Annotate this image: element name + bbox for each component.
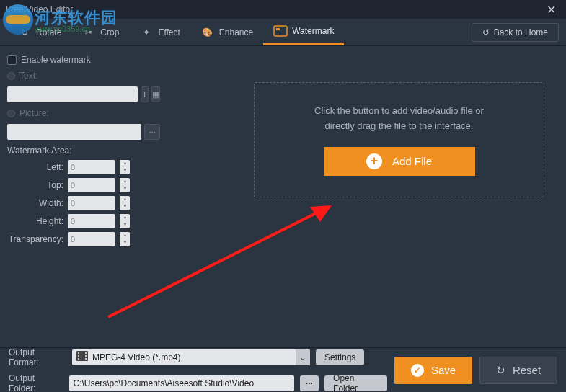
tab-crop[interactable]: ✂ Crop [71, 19, 129, 45]
top-label: Top: [7, 180, 63, 190]
tab-enhance[interactable]: 🎨 Enhance [190, 19, 263, 45]
reset-button[interactable]: ↻ Reset [479, 357, 557, 384]
width-label: Width: [7, 198, 63, 208]
enable-watermark-checkbox[interactable] [7, 55, 17, 65]
chevron-down-icon: ⌄ [296, 349, 310, 365]
height-stepper[interactable]: ▲▼ [120, 214, 130, 228]
tab-rotate-label: Rotate [36, 27, 61, 37]
open-folder-button[interactable]: Open Folder [324, 375, 387, 391]
main-content: Enable watermark Text: T ▦ Picture: ··· … [0, 46, 566, 347]
drop-instruction: Click the button to add video/audio file… [314, 104, 484, 134]
output-folder-label: Output Folder: [9, 373, 63, 393]
crop-icon: ✂ [81, 26, 96, 39]
save-label: Save [431, 364, 456, 376]
tab-effect[interactable]: ✦ Effect [129, 19, 190, 45]
watermark-panel: Enable watermark Text: T ▦ Picture: ··· … [0, 46, 167, 347]
output-folder-input[interactable]: C:\Users\pc\Documents\Aiseesoft Studio\V… [69, 375, 294, 391]
output-format-dropdown[interactable]: MPEG-4 Video (*.mp4) ⌄ [72, 349, 310, 365]
preview-panel: Click the button to add video/audio file… [167, 46, 566, 347]
tab-watermark-label: Watermark [292, 26, 334, 36]
watermark-text-input[interactable] [7, 86, 138, 102]
tab-rotate[interactable]: ↻ Rotate [7, 19, 71, 45]
enhance-icon: 🎨 [200, 26, 215, 39]
svg-rect-8 [85, 358, 87, 360]
browse-folder-button[interactable]: ··· [300, 375, 319, 391]
drop-area[interactable]: Click the button to add video/audio file… [254, 82, 544, 197]
tab-crop-label: Crop [100, 27, 119, 37]
svg-rect-1 [276, 28, 280, 30]
picture-label: Picture: [19, 108, 49, 118]
check-icon: ✓ [411, 364, 424, 377]
drop-text-line1: Click the button to add video/audio file… [314, 104, 484, 119]
settings-button[interactable]: Settings [316, 349, 364, 365]
svg-rect-6 [85, 352, 87, 354]
back-to-home-label: Back to Home [494, 27, 548, 37]
transparency-label: Transparency: [7, 234, 63, 244]
mp4-icon [76, 351, 88, 363]
width-stepper[interactable]: ▲▼ [120, 196, 130, 210]
height-input[interactable]: 0 [68, 214, 115, 228]
plus-icon: + [366, 153, 382, 169]
svg-rect-0 [274, 26, 287, 36]
close-button[interactable]: ✕ [542, 3, 560, 17]
browse-picture-button[interactable]: ··· [144, 124, 160, 140]
app-title: Free Video Editor [6, 4, 73, 14]
svg-rect-4 [78, 355, 79, 357]
reset-label: Reset [513, 364, 541, 376]
watermark-icon [273, 24, 288, 37]
font-button[interactable]: T [141, 86, 149, 102]
text-radio[interactable] [7, 72, 15, 80]
watermark-area-label: Watermark Area: [7, 146, 160, 156]
rotate-icon: ↻ [17, 26, 32, 39]
svg-rect-7 [85, 355, 87, 357]
back-to-home-button[interactable]: ↺ Back to Home [472, 23, 559, 42]
svg-rect-3 [78, 352, 79, 354]
add-file-button[interactable]: + Add File [324, 147, 475, 176]
titlebar: Free Video Editor ✕ [0, 0, 566, 19]
transparency-stepper[interactable]: ▲▼ [120, 232, 130, 246]
reset-icon: ↻ [496, 364, 505, 377]
left-label: Left: [7, 162, 63, 172]
tab-watermark[interactable]: Watermark [263, 19, 344, 45]
output-format-label: Output Format: [9, 347, 66, 368]
toolbar: ↻ Rotate ✂ Crop ✦ Effect 🎨 Enhance Water… [0, 19, 566, 46]
left-stepper[interactable]: ▲▼ [120, 160, 130, 174]
color-button[interactable]: ▦ [151, 86, 160, 102]
add-file-label: Add File [392, 155, 432, 167]
top-input[interactable]: 0 [68, 178, 115, 192]
svg-rect-5 [78, 358, 79, 360]
output-format-value: MPEG-4 Video (*.mp4) [92, 352, 181, 362]
width-input[interactable]: 0 [68, 196, 115, 210]
height-label: Height: [7, 216, 63, 226]
picture-radio[interactable] [7, 110, 15, 117]
text-label: Text: [19, 71, 37, 81]
tab-effect-label: Effect [158, 27, 180, 37]
top-stepper[interactable]: ▲▼ [120, 178, 130, 192]
bottom-bar: Output Format: MPEG-4 Video (*.mp4) ⌄ Se… [0, 347, 566, 392]
transparency-input[interactable]: 0 [68, 232, 115, 246]
back-icon: ↺ [482, 27, 490, 37]
tab-enhance-label: Enhance [219, 27, 253, 37]
enable-watermark-label: Enable watermark [21, 55, 91, 65]
effect-icon: ✦ [139, 26, 154, 39]
save-button[interactable]: ✓ Save [394, 357, 472, 384]
left-input[interactable]: 0 [68, 160, 115, 174]
drop-text-line2: directly drag the file to the interface. [314, 119, 484, 134]
watermark-picture-input[interactable] [7, 124, 141, 140]
